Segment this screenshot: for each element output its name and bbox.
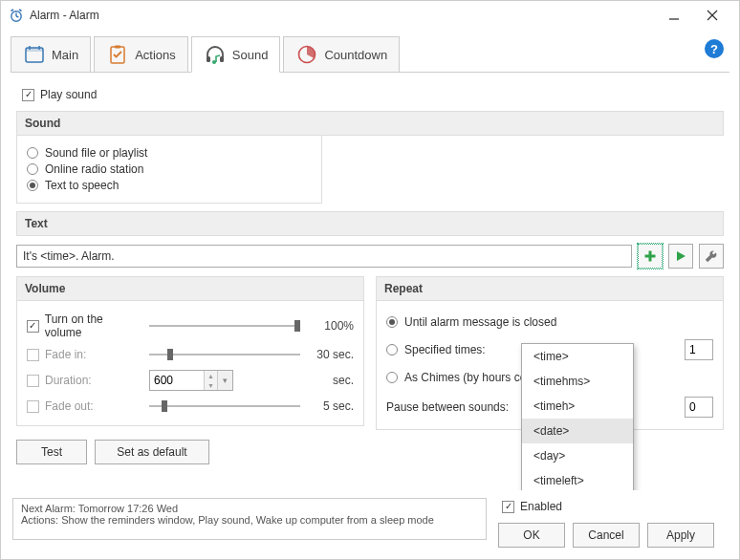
sound-section-header: Sound [16, 111, 724, 136]
tab-sound[interactable]: Sound [191, 36, 281, 73]
radio-until-closed[interactable]: Until alarm message is closed [386, 312, 713, 333]
pause-input[interactable] [686, 398, 712, 417]
insert-macro-button[interactable] [638, 244, 663, 269]
tab-countdown[interactable]: Countdown [283, 36, 400, 72]
sound-section-body: Sound file or playlist Online radio stat… [16, 136, 322, 204]
fade-out-value: 5 sec. [308, 399, 354, 413]
headphones-music-icon [204, 43, 227, 66]
svg-marker-20 [677, 251, 686, 261]
calendar-icon [23, 43, 46, 66]
macro-dropdown: <time> <timehms> <timeh> <date> <day> <t… [521, 343, 634, 490]
fade-out-slider [149, 398, 300, 414]
tab-actions-label: Actions [135, 48, 176, 62]
alarm-clock-icon [9, 8, 24, 23]
svg-line-4 [19, 10, 22, 11]
pie-timer-icon [295, 43, 318, 66]
next-alarm-line: Next Alarm: Tomorrow 17:26 Wed [21, 503, 478, 514]
plus-icon [643, 249, 657, 263]
radio-icon [27, 180, 38, 191]
fade-in-label: Fade in: [45, 348, 86, 361]
macro-item-timeh[interactable]: <timeh> [522, 394, 633, 419]
tab-sound-label: Sound [232, 48, 269, 62]
svg-rect-13 [115, 46, 120, 49]
enabled-label: Enabled [520, 500, 562, 513]
checkbox-icon [22, 89, 34, 101]
radio-sound-file-label: Sound file or playlist [45, 146, 147, 160]
duration-checkbox[interactable]: Duration: [27, 374, 141, 387]
specified-times-input[interactable] [686, 340, 712, 359]
macro-item-time[interactable]: <time> [522, 344, 633, 369]
duration-dropdown-icon[interactable]: ▾ [217, 371, 232, 390]
volume-section-body: Turn on the volume 100% Fade in: [16, 301, 364, 426]
radio-icon [27, 163, 38, 175]
clipboard-check-icon [106, 43, 129, 66]
specified-times-spinner [685, 339, 713, 360]
tts-text-input[interactable] [16, 245, 632, 268]
macro-item-date[interactable]: <date> [522, 419, 633, 443]
text-section-body [16, 236, 724, 276]
radio-text-to-speech[interactable]: Text to speech [27, 179, 312, 192]
specified-times-label: Specified times: [404, 343, 510, 356]
minimize-button[interactable] [655, 2, 693, 29]
help-icon[interactable]: ? [705, 39, 724, 58]
radio-online-radio-label: Online radio station [45, 162, 143, 176]
wrench-icon [705, 249, 718, 263]
svg-line-3 [11, 10, 14, 11]
play-preview-button[interactable] [668, 244, 693, 269]
volume-slider[interactable] [149, 318, 300, 334]
settings-button[interactable] [699, 244, 724, 269]
macro-item-timeleft[interactable]: <timeleft> [522, 468, 633, 490]
play-icon [675, 250, 686, 262]
tab-actions[interactable]: Actions [94, 36, 188, 72]
macro-item-day[interactable]: <day> [522, 443, 633, 468]
fade-in-value: 30 sec. [308, 348, 354, 361]
volume-section-header: Volume [16, 276, 364, 301]
pause-spinner [685, 397, 713, 418]
cancel-button[interactable]: Cancel [573, 523, 640, 548]
radio-icon [386, 316, 398, 328]
svg-rect-15 [220, 56, 224, 62]
tab-countdown-label: Countdown [324, 48, 387, 62]
duration-unit: sec. [308, 374, 354, 387]
radio-icon [386, 344, 398, 355]
checkbox-icon [27, 320, 39, 333]
close-button[interactable] [693, 2, 731, 29]
next-alarm-info: Next Alarm: Tomorrow 17:26 Wed Actions: … [12, 498, 487, 540]
repeat-section-header: Repeat [376, 276, 724, 301]
svg-line-2 [16, 16, 18, 17]
turn-on-volume-checkbox[interactable]: Turn on the volume [27, 312, 141, 339]
fade-in-checkbox[interactable]: Fade in: [27, 348, 141, 361]
duration-label: Duration: [45, 374, 92, 387]
radio-sound-file[interactable]: Sound file or playlist [27, 146, 312, 160]
radio-until-closed-label: Until alarm message is closed [404, 315, 556, 329]
actions-line: Actions: Show the reminders window, Play… [21, 514, 478, 526]
chevron-down-icon[interactable]: ▼ [205, 380, 217, 390]
fade-in-slider [149, 347, 300, 362]
turn-on-volume-label: Turn on the volume [45, 312, 141, 339]
play-sound-checkbox[interactable]: Play sound [22, 88, 97, 101]
enabled-checkbox[interactable]: Enabled [502, 500, 562, 513]
play-sound-label: Play sound [40, 88, 97, 101]
radio-online-radio[interactable]: Online radio station [27, 162, 312, 176]
text-section-header: Text [16, 211, 724, 236]
svg-rect-14 [207, 56, 210, 62]
test-button[interactable]: Test [16, 440, 87, 464]
apply-button[interactable]: Apply [647, 523, 714, 548]
window-title: Alarm - Alarm [30, 9, 99, 22]
tab-main[interactable]: Main [11, 36, 91, 72]
ok-button[interactable]: OK [498, 523, 565, 548]
fade-out-label: Fade out: [45, 399, 94, 413]
fade-out-checkbox[interactable]: Fade out: [27, 399, 141, 413]
chevron-up-icon[interactable]: ▲ [205, 371, 217, 380]
radio-tts-label: Text to speech [45, 179, 119, 192]
checkbox-icon [27, 400, 39, 413]
volume-value: 100% [308, 319, 354, 333]
radio-icon [27, 147, 38, 159]
tab-row: Main Actions Sound Countdown ? [1, 30, 739, 72]
set-as-default-button[interactable]: Set as default [95, 440, 209, 464]
macro-item-timehms[interactable]: <timehms> [522, 369, 633, 394]
svg-rect-9 [26, 48, 43, 52]
checkbox-icon [27, 375, 39, 387]
duration-input[interactable] [150, 371, 204, 390]
title-bar: Alarm - Alarm [1, 1, 739, 30]
